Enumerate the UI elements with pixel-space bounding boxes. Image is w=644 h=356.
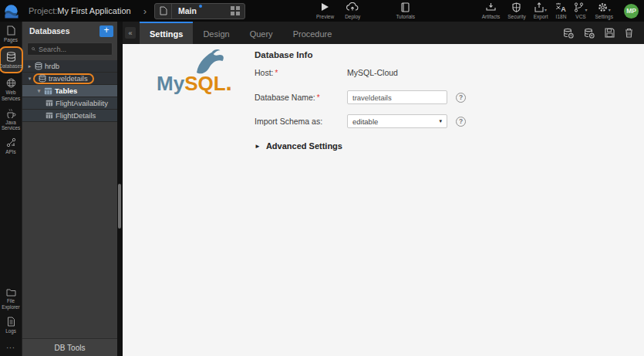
collapse-panel-button[interactable]: « (125, 27, 136, 39)
user-avatar[interactable]: MP (624, 4, 639, 19)
help-icon[interactable]: ? (456, 117, 466, 127)
deploy-icon (346, 2, 359, 13)
artifacts-label: Artifacts (482, 14, 500, 19)
database-name-label: Database Name:* (255, 93, 347, 102)
security-button[interactable]: Security (507, 0, 525, 22)
vcs-icon (574, 2, 584, 12)
host-row: Host:* MySQL-Cloud (255, 68, 617, 77)
tutorials-icon (401, 2, 410, 13)
search-box[interactable] (27, 42, 113, 56)
breadcrumb: Project:My First Application (29, 6, 131, 15)
page-icon (155, 4, 172, 19)
tab-design[interactable]: Design (193, 22, 239, 44)
databases-icon (6, 52, 16, 62)
highlight-ring: traveldetails (33, 73, 94, 84)
scrollbar-thumb[interactable] (118, 184, 121, 229)
help-icon[interactable]: ? (456, 93, 466, 103)
svg-text:MySQL.: MySQL. (157, 70, 232, 95)
tutorials-label: Tutorials (396, 14, 415, 19)
caret-right-icon[interactable]: ▸ (26, 63, 33, 70)
rail-label: Logs (5, 328, 16, 334)
rail-label: Web Services (1, 90, 22, 100)
database-name-row: Database Name:* ? (255, 88, 617, 107)
sidebar-item-databases[interactable]: Databases (1, 48, 22, 72)
page-selector[interactable]: Main (154, 3, 245, 19)
vcs-button[interactable]: ▾ VCS (574, 0, 587, 22)
sidebar-item-java-services[interactable]: Java Services (1, 104, 22, 134)
grid-icon[interactable] (231, 6, 240, 15)
tab-procedure[interactable]: Procedure (283, 22, 342, 44)
preview-icon (321, 2, 329, 13)
export-button[interactable]: ▾ Export (534, 0, 548, 22)
page-selector-label: Main (178, 6, 197, 15)
i18n-icon: A (555, 2, 566, 13)
file-explorer-icon (6, 288, 16, 297)
panel-scrollbar[interactable] (117, 22, 123, 356)
search-input[interactable] (39, 46, 108, 53)
pages-icon (6, 25, 15, 36)
sidebar-item-web-services[interactable]: Web Services (1, 74, 22, 103)
delete-icon[interactable] (625, 28, 633, 39)
i18n-label: I18N (556, 14, 567, 19)
sidebar-item-apis[interactable]: APIs (1, 134, 22, 158)
tab-query[interactable]: Query (240, 22, 283, 44)
sidebar-item-logs[interactable]: Logs (1, 313, 22, 337)
reimport-database-icon[interactable] (563, 28, 574, 39)
chevron-down-icon: ▾ (585, 7, 587, 12)
import-schema-select[interactable]: editable ▾ (347, 114, 447, 128)
settings-content: MySQL. Database Info Host:* MySQL-Cloud … (123, 44, 644, 356)
tutorials-button[interactable]: Tutorials (396, 0, 415, 22)
tree-item-label: traveldetails (49, 74, 88, 83)
java-services-icon (6, 108, 16, 118)
vcs-label: VCS (575, 14, 585, 19)
import-schema-row: Import Schema as: editable ▾ ? (255, 112, 617, 131)
database-tree: ▸ hrdb ▾ traveldetails ▾ Tables FlightAv… (22, 60, 117, 122)
preview-button[interactable]: Preview (316, 0, 334, 22)
table-icon (46, 112, 53, 119)
modified-dot (199, 5, 202, 8)
tree-item-flightavailability[interactable]: FlightAvailability (22, 97, 117, 110)
tab-bar: « Settings Design Query Procedure (123, 22, 644, 44)
project-name: My First Application (57, 6, 130, 15)
tree-item-tables[interactable]: ▾ Tables (22, 85, 117, 97)
svg-text:A: A (561, 5, 567, 12)
database-name-input[interactable] (347, 90, 447, 104)
db-tools-button[interactable]: DB Tools (22, 338, 117, 356)
mysql-logo: MySQL. (157, 49, 234, 100)
settings-button[interactable]: ▾ Settings (595, 0, 614, 22)
tab-settings[interactable]: Settings (140, 22, 193, 44)
main-area: « Settings Design Query Procedure (123, 22, 644, 356)
sidebar-item-pages[interactable]: Pages (1, 22, 22, 46)
i18n-button[interactable]: A I18N (555, 0, 566, 22)
caret-down-icon[interactable]: ▾ (35, 88, 42, 94)
settings-label: Settings (595, 14, 614, 19)
tree-item-hrdb[interactable]: ▸ hrdb (22, 60, 117, 73)
sidebar-item-file-explorer[interactable]: File Explorer (1, 284, 22, 312)
tree-item-flightdetails[interactable]: FlightDetails (22, 110, 117, 122)
run-actions: Preview Deploy (316, 0, 360, 22)
apis-icon (6, 137, 16, 147)
host-label: Host:* (255, 68, 347, 77)
import-schema-label: Import Schema as: (255, 117, 347, 126)
tree-item-label: FlightDetails (56, 111, 96, 120)
add-database-button[interactable]: + (99, 25, 113, 37)
deploy-button[interactable]: Deploy (345, 0, 360, 22)
export-database-icon[interactable] (584, 28, 595, 39)
export-icon (534, 2, 544, 12)
caret-down-icon[interactable]: ▾ (26, 76, 33, 82)
database-panel-header: Databases + (22, 22, 117, 40)
save-icon[interactable] (605, 28, 615, 39)
tree-item-traveldetails[interactable]: ▾ traveldetails (22, 73, 117, 85)
more-menu-button[interactable]: ... (6, 337, 15, 356)
artifacts-button[interactable]: Artifacts (482, 0, 500, 22)
advanced-settings-label: Advanced Settings (266, 141, 342, 151)
security-label: Security (507, 14, 525, 19)
advanced-settings-toggle[interactable]: ► Advanced Settings (255, 141, 617, 151)
wavemaker-logo[interactable] (0, 0, 22, 22)
dropdown-caret-icon: ▾ (439, 118, 442, 124)
logs-icon (7, 317, 15, 327)
tree-item-label: FlightAvailability (56, 99, 108, 107)
host-value: MySQL-Cloud (347, 68, 398, 77)
required-marker: * (317, 93, 320, 102)
tree-item-label: hrdb (45, 62, 59, 70)
